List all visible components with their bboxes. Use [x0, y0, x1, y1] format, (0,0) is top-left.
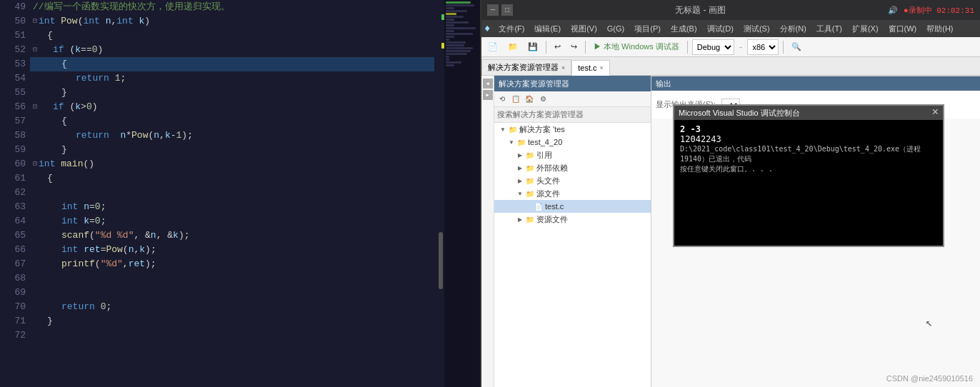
space2-50 — [100, 14, 106, 29]
toolbar-undo-btn[interactable]: ↩ — [551, 39, 564, 55]
code-line-72 — [30, 328, 434, 343]
collapse-50[interactable]: ⊟ — [33, 14, 37, 29]
toolbar-new-btn[interactable]: 📄 — [484, 39, 501, 55]
se-arrow-resources: ▶ — [516, 216, 524, 223]
menu-git[interactable]: G(G) — [603, 23, 629, 34]
collapse-56[interactable]: ⊟ — [33, 100, 37, 114]
line-num-49: 49 — [3, 0, 26, 14]
se-icon-sources: 📁 — [526, 190, 534, 198]
str-67: "%d" — [101, 257, 123, 271]
se-item-references[interactable]: ▶ 📁 引用 — [494, 149, 651, 161]
brace-53: { — [61, 57, 67, 71]
se-arrow-sources: ▼ — [516, 191, 524, 197]
toolbar-sep-4 — [783, 41, 784, 54]
se-item-testc[interactable]: 📄 test.c — [494, 200, 651, 213]
maximize-button[interactable]: □ — [501, 4, 513, 16]
minimap-line-7 — [446, 19, 454, 21]
sidebar-down-btn[interactable]: ▶ — [483, 90, 493, 100]
toolbar-save-btn[interactable]: 💾 — [524, 39, 541, 55]
menu-view[interactable]: 视图(V) — [566, 22, 601, 36]
collapse-52[interactable]: ⊟ — [33, 43, 37, 57]
se-icon-external: 📁 — [526, 164, 534, 172]
console-title-bar: Microsoft Visual Studio 调试控制台 × — [674, 106, 943, 120]
console-window: Microsoft Visual Studio 调试控制台 × 2 -3 120… — [673, 104, 944, 247]
closeparen-52: ) — [98, 43, 104, 57]
code-line-58: return n * Pow ( n , k - 1 ); — [30, 129, 434, 143]
solution-explorer: 解决方案资源管理器 ⟲ 📋 🏠 ⚙ 搜索解决方案资源管理器 ▼ 📁 解决方案 '… — [494, 76, 651, 387]
kw-int-50: int — [39, 14, 55, 29]
se-icon-solution: 📁 — [509, 126, 517, 134]
se-label-external: 外部依赖 — [536, 163, 568, 174]
toolbar-search-btn[interactable]: 🔍 — [788, 39, 805, 55]
sidebar-top-btn[interactable]: ◀ — [483, 79, 493, 89]
code-line-71: } — [30, 314, 434, 328]
minimap-line-4 — [446, 10, 467, 12]
toolbar-redo-btn[interactable]: ↪ — [567, 39, 581, 55]
tab-testc-label: test.c — [578, 64, 596, 72]
tab-test-c[interactable]: test.c × — [571, 60, 610, 76]
se-item-solution[interactable]: ▼ 📁 解决方案 'tes — [494, 123, 651, 136]
code-line-61: { — [30, 171, 434, 186]
menu-tools[interactable]: 工具(T) — [812, 22, 846, 36]
se-arrow-solution: ▼ — [499, 126, 506, 133]
menu-project[interactable]: 项目(P) — [630, 22, 665, 36]
se-btn-2[interactable]: 📋 — [509, 93, 522, 106]
se-arrow-references: ▶ — [516, 152, 524, 159]
se-item-project[interactable]: ▼ 📁 test_4_20 — [494, 136, 651, 149]
var-k-52: k — [75, 43, 81, 57]
se-btn-3[interactable]: 🏠 — [523, 93, 536, 106]
menu-debug[interactable]: 调试(D) — [703, 22, 738, 36]
minimap-line-15 — [446, 41, 466, 44]
tab-testc-close[interactable]: × — [600, 64, 604, 71]
ide-right-area: Microsoft Visual Studio 调试控制台 × 2 -3 120… — [651, 76, 980, 387]
menu-test[interactable]: 测试(S) — [739, 22, 774, 36]
platform-select[interactable]: x86 — [747, 39, 779, 55]
line-num-64: 64 — [3, 214, 26, 228]
menu-help[interactable]: 帮助(H) — [922, 22, 957, 36]
line-num-58: 58 — [3, 129, 26, 143]
collapse-60[interactable]: ⊟ — [33, 157, 37, 171]
se-icon-headers: 📁 — [526, 177, 534, 185]
kw-int-66: int — [61, 243, 78, 257]
fn-pow-66: Pow — [106, 243, 122, 257]
tab-solution-explorer[interactable]: 解决方案资源管理器 × — [481, 59, 571, 75]
space-58 — [109, 129, 121, 143]
menu-file[interactable]: 文件(F) — [494, 22, 529, 36]
title-bar: ─ □ 无标题 - 画图 🔊 ●录制中 02:02:31 — [481, 0, 980, 20]
se-btn-1[interactable]: ⟲ — [496, 93, 509, 106]
toolbar-start-btn[interactable]: ▶ 本地 Windows 调试器 — [590, 39, 683, 55]
num-1-58: 1 — [176, 129, 182, 143]
code-lines[interactable]: //编写一个函数实现的快次方，使用递归实现。 ⊟ int Pow ( int n… — [30, 0, 434, 387]
code-line-56: ⊟ if ( k > 0 ) — [30, 100, 434, 114]
se-item-external[interactable]: ▶ 📁 外部依赖 — [494, 161, 651, 174]
menu-extensions[interactable]: 扩展(X) — [848, 22, 883, 36]
se-label-references: 引用 — [536, 150, 552, 161]
menu-build[interactable]: 生成(B) — [666, 22, 701, 36]
semi-63: ; — [101, 200, 106, 214]
code-line-68 — [30, 271, 434, 286]
menu-window[interactable]: 窗口(W) — [884, 22, 921, 36]
se-item-resources[interactable]: ▶ 📁 资源文件 — [494, 213, 651, 226]
ide-main: ◀ ▶ 解决方案资源管理器 ⟲ 📋 🏠 ⚙ 搜索解决方案资源管理器 ▼ — [481, 76, 980, 387]
scrollbar-thumb[interactable] — [439, 232, 443, 289]
minimize-button[interactable]: ─ — [487, 4, 499, 16]
se-item-headers[interactable]: ▶ 📁 头文件 — [494, 174, 651, 187]
vertical-scrollbar[interactable] — [434, 0, 444, 387]
se-icon-references: 📁 — [526, 151, 534, 159]
tab-se-close[interactable]: × — [561, 64, 565, 71]
space-54 — [109, 71, 115, 86]
minimap-line-18 — [446, 50, 471, 52]
se-search-bar: 搜索解决方案资源管理器 — [494, 107, 651, 123]
comma2-65: , & — [156, 228, 173, 243]
menu-edit[interactable]: 编辑(E) — [530, 22, 565, 36]
console-close-btn[interactable]: × — [931, 106, 939, 119]
menu-analyze[interactable]: 分析(N) — [776, 22, 811, 36]
config-select[interactable]: Debug — [692, 39, 734, 55]
toolbar-open-btn[interactable]: 📁 — [504, 39, 521, 55]
se-btn-4[interactable]: ⚙ — [536, 93, 549, 106]
line-num-71: 71 — [3, 314, 26, 328]
str-65: "%d %d" — [95, 228, 134, 243]
line-num-67: 67 — [3, 257, 26, 271]
se-item-sources[interactable]: ▼ 📁 源文件 — [494, 187, 651, 200]
brace-57: { — [61, 114, 67, 129]
